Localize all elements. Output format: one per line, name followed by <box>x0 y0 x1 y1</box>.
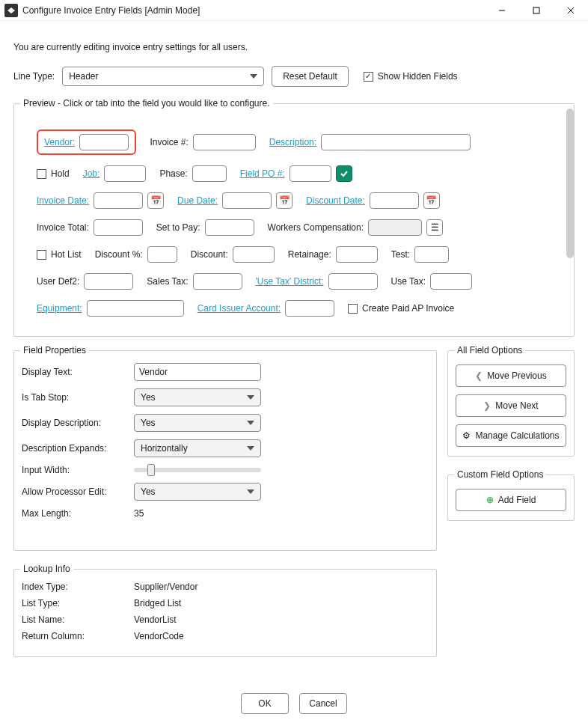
user-def2-label: User Def2: <box>37 276 79 287</box>
equipment-label[interactable]: Equipment: <box>37 303 82 314</box>
add-icon: ⊕ <box>486 495 494 505</box>
equipment-input[interactable] <box>87 300 184 317</box>
discount-date-input[interactable] <box>370 192 419 209</box>
reset-default-button[interactable]: Reset Default <box>272 66 349 87</box>
all-field-options-legend: All Field Options <box>454 345 525 356</box>
job-input[interactable] <box>104 165 146 182</box>
titlebar: Configure Invoice Entry Fields [Admin Mo… <box>0 0 588 21</box>
vendor-input[interactable] <box>79 134 129 150</box>
vendor-field-highlight[interactable]: Vendor: <box>37 129 136 155</box>
close-button[interactable] <box>554 0 588 21</box>
set-to-pay-label: Set to Pay: <box>156 222 200 233</box>
input-width-slider[interactable] <box>134 468 261 472</box>
retainage-input[interactable] <box>336 246 378 263</box>
test-input[interactable] <box>414 246 449 263</box>
card-issuer-label[interactable]: Card Issuer Account: <box>197 303 281 314</box>
set-to-pay-input[interactable] <box>205 219 254 236</box>
use-tax-input[interactable] <box>430 273 472 290</box>
show-hidden-checkbox[interactable]: ✓ <box>364 72 373 82</box>
return-column-value: VendorCode <box>134 631 184 641</box>
scrollbar-thumb[interactable] <box>566 109 574 258</box>
hot-list-checkbox[interactable] <box>37 250 46 260</box>
discount-date-label[interactable]: Discount Date: <box>306 195 365 206</box>
line-type-label: Line Type: <box>13 71 55 82</box>
workers-comp-input[interactable] <box>368 219 422 236</box>
invoice-date-label[interactable]: Invoice Date: <box>37 195 89 206</box>
hold-label: Hold <box>51 168 70 179</box>
sales-tax-label: Sales Tax: <box>147 276 188 287</box>
workers-comp-list-icon[interactable]: ☰ <box>426 219 443 236</box>
create-paid-ap-checkbox[interactable] <box>348 304 358 314</box>
create-paid-ap-label: Create Paid AP Invoice <box>362 303 454 314</box>
use-tax-label: Use Tax: <box>391 276 426 287</box>
move-previous-button[interactable]: ❮Move Previous <box>456 364 566 387</box>
chevron-left-icon: ❮ <box>475 370 483 381</box>
discount-label: Discount: <box>191 249 228 260</box>
chevron-down-icon <box>250 74 257 79</box>
desc-expands-select[interactable]: Horizontally <box>134 439 261 457</box>
add-field-button[interactable]: ⊕Add Field <box>456 489 566 511</box>
move-next-button[interactable]: ❯Move Next <box>456 394 566 417</box>
desc-expands-label: Description Expands: <box>22 443 134 454</box>
ok-button[interactable]: OK <box>241 693 289 714</box>
index-type-value: Supplier/Vendor <box>134 582 197 592</box>
invoice-date-input[interactable] <box>94 192 143 209</box>
workers-comp-label: Workers Compensation: <box>268 222 364 233</box>
chevron-down-icon <box>247 489 254 494</box>
list-name-value: VendorList <box>134 614 177 625</box>
max-length-label: Max Length: <box>22 508 134 519</box>
hold-checkbox[interactable] <box>37 169 46 179</box>
custom-field-options-legend: Custom Field Options <box>454 469 546 480</box>
invoice-num-input[interactable] <box>193 134 256 150</box>
chevron-down-icon <box>247 421 254 425</box>
due-date-label[interactable]: Due Date: <box>177 195 218 206</box>
window-title: Configure Invoice Entry Fields [Admin Mo… <box>22 5 485 16</box>
app-icon <box>4 4 18 17</box>
cancel-button[interactable]: Cancel <box>299 693 347 714</box>
discount-input[interactable] <box>233 246 275 263</box>
field-properties-legend: Field Properties <box>20 345 89 356</box>
phase-label: Phase: <box>159 168 187 179</box>
calendar-icon[interactable]: 📅 <box>147 192 164 209</box>
display-text-input[interactable]: Vendor <box>134 363 261 381</box>
invoice-total-label: Invoice Total: <box>37 222 89 233</box>
field-po-label[interactable]: Field PO #: <box>240 168 285 179</box>
chevron-right-icon: ❯ <box>483 400 491 411</box>
intro-text: You are currently editing invoice entry … <box>13 42 575 52</box>
job-label[interactable]: Job: <box>83 168 100 179</box>
sales-tax-input[interactable] <box>193 273 242 290</box>
discount-pct-input[interactable] <box>147 246 177 263</box>
max-length-value: 35 <box>134 508 144 519</box>
description-input[interactable] <box>321 134 471 150</box>
calendar-icon[interactable]: 📅 <box>423 192 440 209</box>
due-date-input[interactable] <box>222 192 272 209</box>
is-tab-stop-select[interactable]: Yes <box>134 388 261 406</box>
use-tax-district-label[interactable]: 'Use Tax' District: <box>256 276 324 287</box>
card-issuer-input[interactable] <box>285 300 334 317</box>
display-text-label: Display Text: <box>22 367 134 377</box>
user-def2-input[interactable] <box>84 273 133 290</box>
line-type-select[interactable]: Header <box>62 67 264 86</box>
phase-input[interactable] <box>192 165 227 182</box>
list-type-value: Bridged List <box>134 598 181 608</box>
preview-scrollbar[interactable] <box>563 109 574 332</box>
calendar-icon[interactable]: 📅 <box>276 192 293 209</box>
use-tax-district-input[interactable] <box>328 273 378 290</box>
manage-calculations-button[interactable]: ⚙Manage Calculations <box>456 424 566 447</box>
maximize-button[interactable] <box>519 0 554 21</box>
field-po-input[interactable] <box>290 165 331 182</box>
invoice-total-input[interactable] <box>94 219 143 236</box>
allow-proc-edit-select[interactable]: Yes <box>134 483 261 501</box>
line-type-value: Header <box>69 71 98 82</box>
minimize-button[interactable] <box>485 0 519 21</box>
svg-rect-1 <box>533 7 539 13</box>
display-desc-select[interactable]: Yes <box>134 414 261 432</box>
slider-thumb[interactable] <box>147 464 155 476</box>
is-tab-stop-label: Is Tab Stop: <box>22 392 134 403</box>
vendor-label[interactable]: Vendor: <box>44 137 75 147</box>
show-hidden-label: Show Hidden Fields <box>378 71 458 82</box>
list-name-label: List Name: <box>22 614 134 625</box>
hot-list-label: Hot List <box>51 249 82 260</box>
description-label[interactable]: Description: <box>269 137 316 147</box>
field-po-action-icon[interactable] <box>336 165 352 182</box>
